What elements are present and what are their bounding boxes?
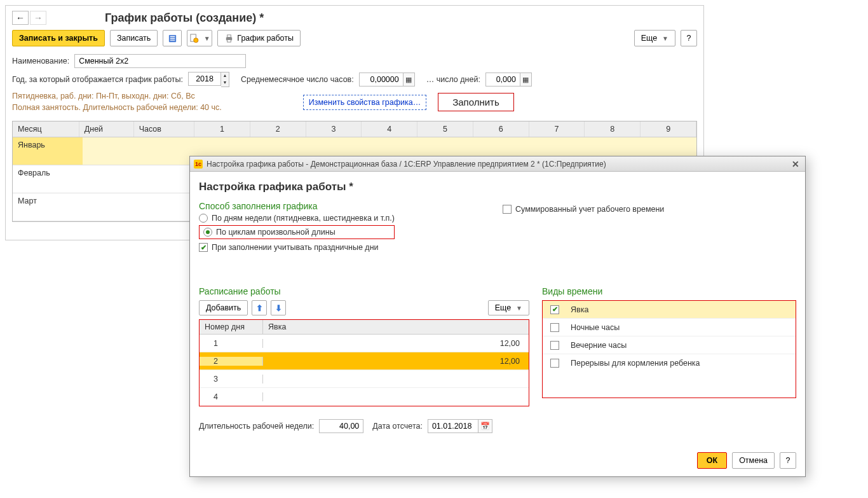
radio-by-weekdays-label: По дням недели (пятидневка, шестидневка … (212, 214, 395, 223)
th-d8: 8 (585, 121, 641, 137)
th-month: Месяц (13, 121, 79, 137)
svg-rect-2 (170, 38, 175, 38)
method-section-label: Способ заполнения графика (199, 201, 395, 211)
th-days: Дней (79, 121, 134, 137)
avg-hours-input[interactable] (359, 73, 403, 86)
svg-point-5 (194, 38, 198, 42)
cell-month: Март (13, 193, 83, 221)
cumulative-checkbox[interactable] (503, 205, 512, 214)
year-spinner[interactable]: ▲▼ (221, 72, 229, 87)
th-d1: 1 (194, 121, 250, 137)
days-input[interactable] (485, 73, 520, 86)
modal-title: Настройка графика работы * (199, 181, 796, 193)
nav-back-button[interactable]: ← (12, 11, 29, 25)
fill-button[interactable]: Заполнить (438, 93, 514, 111)
print-button-label: График работы (237, 34, 294, 43)
th-d9: 9 (641, 121, 696, 137)
settings-icon-button[interactable]: ▼ (187, 30, 212, 46)
svg-rect-3 (170, 39, 175, 40)
save-and-close-button[interactable]: Записать и закрыть (12, 30, 105, 46)
days-label: … число дней: (426, 75, 480, 84)
holidays-checkbox-label: При заполнении учитывать праздничные дни (212, 243, 379, 246)
year-label: Год, за который отображается график рабо… (12, 75, 183, 84)
help-button[interactable]: ? (681, 30, 697, 46)
print-schedule-button[interactable]: График работы (217, 30, 301, 46)
radio-by-weekdays[interactable] (199, 214, 208, 223)
desc-line-2: Полная занятость. Длительность рабочей н… (12, 102, 222, 114)
radio-by-cycles-label: По циклам произвольной длины (216, 228, 336, 237)
th-d6: 6 (473, 121, 529, 137)
more-button[interactable]: Еще▼ (634, 30, 675, 46)
cumulative-checkbox-label: Суммированный учет рабочего времени (515, 205, 664, 214)
modal-titlebar-text: Настройка графика работы - Демонстрацион… (207, 160, 606, 169)
th-d5: 5 (417, 121, 473, 137)
holidays-checkbox[interactable]: ✔ (199, 243, 208, 246)
name-input[interactable] (74, 54, 246, 68)
modal-titlebar[interactable]: 1c Настройка графика работы - Демонстрац… (190, 156, 805, 172)
th-d3: 3 (306, 121, 362, 137)
th-d7: 7 (529, 121, 585, 137)
svg-rect-1 (170, 36, 175, 36)
list-icon (168, 34, 177, 43)
avg-hours-label: Среднемесячное число часов: (241, 75, 354, 84)
list-icon-button[interactable] (163, 30, 182, 46)
app-icon: 1c (194, 160, 203, 169)
nav-forward-button[interactable]: → (30, 11, 46, 25)
year-input[interactable] (188, 72, 221, 86)
close-icon[interactable]: ✕ (790, 159, 801, 169)
gear-document-icon (189, 34, 199, 43)
svg-rect-7 (227, 34, 231, 37)
page-title: График работы (создание) * (105, 11, 264, 25)
printer-icon (224, 34, 234, 43)
cell-month: Февраль (13, 165, 83, 193)
days-calc-icon[interactable]: ▦ (520, 73, 532, 86)
th-hours: Часов (134, 121, 194, 137)
schedule-settings-modal: 1c Настройка графика работы - Демонстрац… (189, 156, 806, 246)
th-d2: 2 (250, 121, 306, 137)
save-button[interactable]: Записать (110, 30, 158, 46)
main-toolbar: Записать и закрыть Записать ▼ График раб… (12, 30, 697, 46)
change-properties-link[interactable]: Изменить свойства графика… (303, 95, 426, 110)
desc-line-1: Пятидневка, раб. дни: Пн-Пт, выходн. дни… (12, 91, 222, 102)
cell-month: Январь (13, 137, 83, 165)
name-label: Наименование: (12, 57, 69, 66)
more-label: Еще (641, 34, 657, 43)
th-d4: 4 (362, 121, 417, 137)
svg-rect-8 (227, 39, 231, 42)
radio-by-cycles[interactable] (203, 228, 212, 237)
avg-hours-calc-icon[interactable]: ▦ (403, 73, 415, 86)
